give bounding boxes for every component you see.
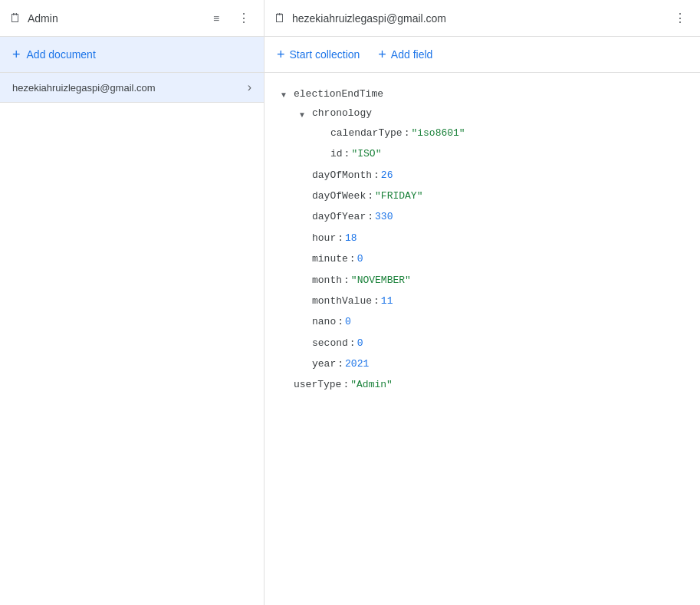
field-electionEndTime-header: ▼ electionEndTime xyxy=(280,85,685,103)
field-value-id: "ISO" xyxy=(351,145,381,163)
field-key-calendarType: calendarType xyxy=(330,124,403,142)
more-icon-btn-left[interactable]: ⋮ xyxy=(233,8,255,29)
field-value-dayOfYear: 330 xyxy=(375,208,393,225)
chevron-right-icon: › xyxy=(248,81,251,94)
field-key-dayOfWeek: dayOfWeek xyxy=(312,187,366,205)
add-document-plus-icon: + xyxy=(12,48,21,61)
filter-icon: ≡ xyxy=(213,12,219,25)
field-value-dayOfWeek: "FRIDAY" xyxy=(375,187,422,205)
expand-icon-electionEndTime[interactable]: ▼ xyxy=(280,88,292,102)
document-icon: 🗒 xyxy=(9,12,21,25)
field-key-month: month xyxy=(312,271,342,289)
add-field-button[interactable]: + Add field xyxy=(378,48,432,61)
field-key-second: second xyxy=(312,334,348,352)
field-value-hour: 18 xyxy=(345,229,357,247)
more-vertical-icon-left: ⋮ xyxy=(238,11,250,25)
more-vertical-icon-right: ⋮ xyxy=(674,11,686,25)
add-document-button[interactable]: + Add document xyxy=(0,37,264,73)
field-key-id: id xyxy=(330,145,343,163)
add-field-label: Add field xyxy=(391,48,432,61)
left-panel-title: Admin xyxy=(28,12,58,25)
document-item-name: hezekiahruizlegaspi@gmail.com xyxy=(12,82,156,94)
top-bar-right: 🗒 hezekiahruizlegaspi@gmail.com ⋮ xyxy=(265,0,700,36)
field-key-hour: hour xyxy=(312,229,336,247)
field-hour: hour : 18 xyxy=(298,229,685,247)
more-icon-btn-right[interactable]: ⋮ xyxy=(669,8,691,29)
document-icon-right: 🗒 xyxy=(274,12,286,25)
right-panel-title: hezekiahruizlegaspi@gmail.com xyxy=(292,12,446,25)
add-field-plus-icon: + xyxy=(378,48,386,61)
field-monthValue: monthValue : 11 xyxy=(298,292,685,310)
field-value-second: 0 xyxy=(357,334,363,352)
top-bar-left: 🗒 Admin ≡ ⋮ xyxy=(0,0,265,36)
field-year: year : 2021 xyxy=(298,355,685,373)
electionEndTime-block: ▼ chronology calendarType : "iso8601" id… xyxy=(280,104,685,373)
field-value-calendarType: "iso8601" xyxy=(411,124,465,142)
field-dayOfYear: dayOfYear : 330 xyxy=(298,208,685,225)
document-item[interactable]: hezekiahruizlegaspi@gmail.com › xyxy=(0,73,264,103)
field-userType: userType : "Admin" xyxy=(280,376,685,393)
field-value-nano: 0 xyxy=(345,313,351,330)
left-panel: + Add document hezekiahruizlegaspi@gmail… xyxy=(0,37,265,605)
field-minute: minute : 0 xyxy=(298,250,685,268)
field-id: id : "ISO" xyxy=(317,145,685,163)
start-collection-button[interactable]: + Start collection xyxy=(277,48,360,61)
field-key-userType: userType xyxy=(294,376,341,393)
field-chronology-header: ▼ chronology xyxy=(298,104,685,122)
field-nano: nano : 0 xyxy=(298,313,685,330)
document-list: hezekiahruizlegaspi@gmail.com › xyxy=(0,73,264,605)
field-key-dayOfMonth: dayOfMonth xyxy=(312,166,372,184)
chronology-block: calendarType : "iso8601" id : "ISO" xyxy=(298,124,685,163)
right-toolbar: + Start collection + Add field xyxy=(265,37,700,73)
add-document-label: Add document xyxy=(27,48,96,61)
data-view: ▼ electionEndTime ▼ chronology calendarT… xyxy=(265,73,700,605)
filter-icon-btn[interactable]: ≡ xyxy=(205,8,227,29)
field-value-minute: 0 xyxy=(357,250,363,268)
start-collection-label: Start collection xyxy=(290,48,360,61)
field-second: second : 0 xyxy=(298,334,685,352)
field-calendarType: calendarType : "iso8601" xyxy=(317,124,685,142)
field-key-dayOfYear: dayOfYear xyxy=(312,208,366,225)
field-key-nano: nano xyxy=(312,313,336,330)
field-key-minute: minute xyxy=(312,250,348,268)
top-bar: 🗒 Admin ≡ ⋮ 🗒 hezekiahruizlegaspi@gmail.… xyxy=(0,0,700,37)
field-value-monthValue: 11 xyxy=(381,292,393,310)
field-value-userType: "Admin" xyxy=(350,376,393,393)
field-value-year: 2021 xyxy=(345,355,369,373)
field-key-electionEndTime: electionEndTime xyxy=(294,85,383,103)
field-key-chronology: chronology xyxy=(312,104,372,122)
expand-icon-chronology[interactable]: ▼ xyxy=(298,108,311,122)
field-key-year: year xyxy=(312,355,336,373)
field-value-month: "NOVEMBER" xyxy=(351,271,411,289)
field-key-monthValue: monthValue xyxy=(312,292,372,310)
field-dayOfWeek: dayOfWeek : "FRIDAY" xyxy=(298,187,685,205)
field-month: month : "NOVEMBER" xyxy=(298,271,685,289)
field-value-dayOfMonth: 26 xyxy=(381,166,393,184)
right-panel: + Start collection + Add field ▼ electio… xyxy=(265,37,700,605)
start-collection-plus-icon: + xyxy=(277,48,285,61)
field-dayOfMonth: dayOfMonth : 26 xyxy=(298,166,685,184)
main-content: + Add document hezekiahruizlegaspi@gmail… xyxy=(0,37,700,605)
